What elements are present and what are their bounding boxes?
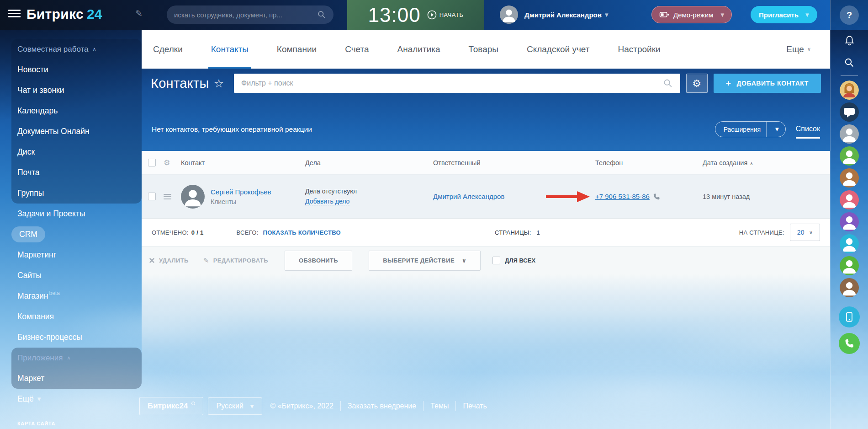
- filter-search-input[interactable]: [241, 79, 663, 87]
- colleague-avatar[interactable]: [840, 146, 859, 166]
- column-header-contact[interactable]: Контакт: [181, 159, 305, 166]
- sidebar-item-chat-calls[interactable]: Чат и звонки: [0, 80, 142, 101]
- tab-products[interactable]: Товары: [469, 30, 498, 69]
- column-header-phone[interactable]: Телефон: [595, 159, 703, 166]
- contact-name-link[interactable]: Сергей Прокофьев: [211, 188, 271, 196]
- sidebar-item-business-processes[interactable]: Бизнес-процессы: [0, 327, 142, 348]
- sidebar-item-shop[interactable]: Магазинbeta: [0, 286, 142, 306]
- play-icon: [427, 10, 437, 20]
- sidebar-item-marketing[interactable]: Маркетинг: [0, 245, 142, 265]
- workday-clock[interactable]: 13:00 НАЧАТЬ: [347, 0, 484, 30]
- start-workday-button[interactable]: НАЧАТЬ: [427, 10, 464, 20]
- filter-search[interactable]: [234, 74, 680, 93]
- tab-analytics[interactable]: Аналитика: [397, 30, 440, 69]
- print-link[interactable]: Печать: [463, 402, 487, 410]
- telephony-button[interactable]: [839, 306, 860, 327]
- grid-settings-button[interactable]: ⚙: [686, 74, 708, 93]
- bitrix24-footer-button[interactable]: Битрикс24: [139, 397, 203, 415]
- sidebar-item-market[interactable]: Маркет: [0, 368, 142, 389]
- language-select[interactable]: Русский▼: [208, 397, 262, 415]
- column-header-created[interactable]: Дата создания∧: [703, 159, 830, 166]
- bulk-actions-bar: УДАЛИТЬ ✎ РЕДАКТИРОВАТЬ ОБЗВОНИТЬ ВЫБЕРИ…: [142, 246, 830, 274]
- dial-button[interactable]: ОБЗВОНИТЬ: [285, 251, 352, 271]
- contact-cell: Сергей Прокофьев Клиенты: [181, 185, 305, 209]
- gear-icon[interactable]: ⚙: [164, 158, 181, 167]
- sort-asc-icon: ∧: [750, 161, 753, 166]
- help-button[interactable]: ?: [840, 5, 859, 25]
- extensions-button[interactable]: Расширения ▼: [715, 121, 786, 137]
- sidebar-item-sites[interactable]: Сайты: [0, 265, 142, 286]
- support-chat-avatar[interactable]: [840, 102, 859, 122]
- tab-more[interactable]: Еще∨: [786, 44, 811, 54]
- edit-button[interactable]: ✎ РЕДАКТИРОВАТЬ: [203, 257, 268, 265]
- view-switch-list[interactable]: Список: [796, 125, 820, 134]
- demo-mode-button[interactable]: Демо-режим ▼: [651, 6, 732, 23]
- invite-button[interactable]: Пригласить ▼: [751, 6, 817, 23]
- colleague-avatar[interactable]: [840, 256, 859, 275]
- chevron-down-icon: ▼: [37, 397, 41, 402]
- column-header-responsible[interactable]: Ответственный: [433, 159, 595, 166]
- current-user-menu[interactable]: Дмитрий Александров ▼: [500, 5, 609, 24]
- pages-value[interactable]: 1: [536, 229, 540, 236]
- row-checkbox[interactable]: [148, 193, 156, 200]
- colleague-avatar[interactable]: [840, 190, 859, 209]
- sidebar-item-tasks-projects[interactable]: Задачи и Проекты: [0, 204, 142, 224]
- call-button[interactable]: [839, 333, 860, 354]
- tab-deals[interactable]: Сделки: [153, 30, 183, 69]
- for-all-checkbox[interactable]: [492, 257, 500, 264]
- notice-text: Нет контактов, требующих оперативной реа…: [152, 125, 312, 134]
- global-search-input[interactable]: [174, 11, 317, 19]
- search-icon[interactable]: [844, 57, 855, 68]
- sidebar-item-groups[interactable]: Группы: [0, 183, 142, 204]
- sidebar-item-documents-online[interactable]: Документы Онлайн: [0, 121, 142, 142]
- tab-companies[interactable]: Компании: [277, 30, 317, 69]
- sidebar-item-company[interactable]: Компания: [0, 306, 142, 327]
- sidebar-item-more[interactable]: Ещё▼: [0, 389, 142, 409]
- tab-settings[interactable]: Настройки: [618, 30, 660, 69]
- colleague-avatar[interactable]: [840, 234, 859, 253]
- tab-contacts[interactable]: Контакты: [211, 30, 249, 69]
- add-activity-link[interactable]: Добавить дело: [305, 198, 349, 205]
- tab-inventory[interactable]: Складской учет: [527, 30, 590, 69]
- responsible-link[interactable]: Дмитрий Александров: [433, 193, 504, 200]
- column-header-activities[interactable]: Дела: [305, 159, 433, 166]
- table-row[interactable]: Сергей Прокофьев Клиенты Дела отсутствую…: [142, 175, 830, 219]
- notifications-bell-icon[interactable]: [843, 35, 856, 47]
- site-map-link[interactable]: КАРТА САЙТА: [17, 421, 55, 426]
- sidebar-item-crm[interactable]: CRM: [0, 224, 142, 245]
- select-all-checkbox[interactable]: [148, 159, 156, 166]
- content-fade: [142, 274, 830, 373]
- colleague-avatar[interactable]: [840, 212, 859, 231]
- colleague-avatar[interactable]: [840, 124, 859, 144]
- device-icon: [844, 311, 855, 322]
- edit-pencil-icon[interactable]: ✎: [135, 8, 143, 19]
- add-contact-button[interactable]: + ДОБАВИТЬ КОНТАКТ: [714, 74, 821, 93]
- row-menu-icon[interactable]: [164, 193, 171, 201]
- phone-cell: +7 906 531-85-86: [595, 193, 703, 200]
- favorite-star-icon[interactable]: ☆: [214, 77, 224, 90]
- choose-action-dropdown[interactable]: ВЫБЕРИТЕ ДЕЙСТВИЕ ∨: [369, 251, 481, 271]
- right-rail: ?: [830, 0, 868, 429]
- x-icon: [149, 257, 155, 263]
- gear-icon: ⚙: [692, 78, 701, 89]
- hamburger-menu-icon[interactable]: [8, 10, 21, 19]
- global-search[interactable]: [167, 5, 333, 24]
- sidebar-item-news[interactable]: Новости: [0, 59, 142, 80]
- chevron-down-icon: ▼: [250, 404, 254, 409]
- divider: [841, 75, 858, 76]
- sidebar-item-disk[interactable]: Диск: [0, 142, 142, 162]
- sidebar-section-collaboration[interactable]: Совместная работа∧: [0, 39, 142, 59]
- order-implementation-link[interactable]: Заказать внедрение: [348, 402, 416, 410]
- phone-link[interactable]: +7 906 531-85-86: [595, 193, 650, 200]
- delete-button[interactable]: УДАЛИТЬ: [149, 257, 189, 264]
- tab-invoices[interactable]: Счета: [345, 30, 369, 69]
- photo-avatar[interactable]: [840, 80, 859, 100]
- sidebar-item-calendar[interactable]: Календарь: [0, 101, 142, 121]
- per-page-select[interactable]: 20 ∨: [790, 224, 820, 241]
- show-count-link[interactable]: ПОКАЗАТЬ КОЛИЧЕСТВО: [263, 229, 341, 236]
- sidebar-section-applications[interactable]: Приложения∧: [0, 348, 142, 368]
- sidebar-item-mail[interactable]: Почта: [0, 162, 142, 183]
- colleague-avatar[interactable]: [840, 278, 859, 297]
- colleague-avatar[interactable]: [840, 168, 859, 188]
- themes-link[interactable]: Темы: [430, 402, 449, 410]
